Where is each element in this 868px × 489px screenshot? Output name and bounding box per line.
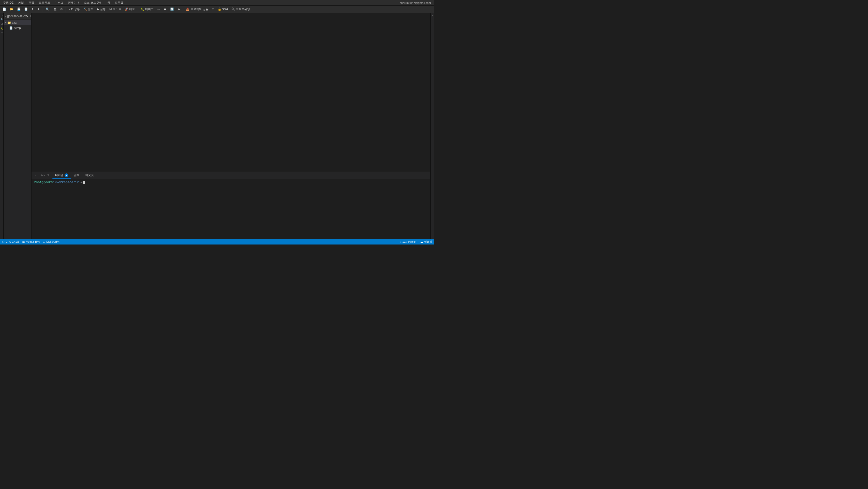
- common-run-label: ⊡ 공통: [71, 7, 80, 11]
- status-disk[interactable]: ⬡ Disk 0.25%: [43, 240, 60, 243]
- activity-debug[interactable]: 🐛: [0, 26, 3, 30]
- folder-icon-root: 📁: [7, 21, 11, 25]
- find-button[interactable]: 🔍: [44, 7, 52, 11]
- menu-item-app[interactable]: 구름IDE: [1, 0, 16, 5]
- debug-exit-button[interactable]: ⏏: [176, 7, 182, 11]
- run-button[interactable]: ▶ 실행: [96, 7, 107, 12]
- mem-label: Mem 2.46%: [26, 240, 39, 243]
- activity-bar: ≡ 🔍 ⎇ 🐛 ⊞: [0, 13, 4, 239]
- tab-output-label: 아웃풋: [85, 173, 94, 177]
- tree-item-temp[interactable]: 📄 .temp: [4, 25, 31, 30]
- file-icon-temp: 📄: [9, 26, 13, 30]
- project-share-button[interactable]: 📤 프로젝트 공유: [184, 7, 210, 12]
- main-layout: ≡ 🔍 ⎇ 🐛 ⊞ ‹ goor.me/XGcW + 📁 ↻ ▾ 📁 123 📄…: [0, 13, 434, 239]
- menu-item-window[interactable]: 창: [105, 0, 112, 5]
- toolbar-separator-2: [66, 7, 66, 12]
- mem-icon: ▦: [22, 240, 25, 243]
- status-bar: ⬡ CPU 0.41% ▦ Mem 2.46% ⬡ Disk 0.25% ≡ 1…: [0, 239, 434, 245]
- terminal-prompt: root@goorm :/workspace/123 #: [34, 181, 428, 184]
- sidebar-path: goor.me/XGcW: [7, 14, 28, 18]
- terminal-badge: ●: [65, 174, 68, 177]
- debug-button[interactable]: 🐛 디버그: [139, 7, 155, 12]
- tab-search[interactable]: 검색: [71, 172, 82, 179]
- portforward-label: 포트포워딩: [236, 7, 250, 11]
- disk-icon: ⬡: [43, 240, 45, 243]
- right-activity-bar: ≡: [430, 13, 434, 239]
- file-tree: ▾ 📁 123 📄 .temp: [4, 19, 31, 239]
- project-icon: ≡: [400, 240, 401, 243]
- tree-item-root[interactable]: ▾ 📁 123: [4, 20, 31, 25]
- menu-item-project[interactable]: 프로젝트: [37, 0, 52, 5]
- tree-label-root: 123: [12, 21, 17, 24]
- download-button[interactable]: ⬇: [36, 7, 41, 11]
- status-connection[interactable]: ☁ 연결됨: [420, 240, 432, 243]
- preview-button[interactable]: 🖼: [52, 7, 58, 11]
- cpu-label: CPU 0.41%: [6, 240, 19, 243]
- ssh-button[interactable]: 🔒 SSH: [216, 7, 230, 11]
- terminal-icon-button[interactable]: T: [211, 7, 216, 12]
- center-area: › 디버그 터미널 ● 검색 아웃풋 root@goorm :/wor: [32, 13, 430, 239]
- activity-source[interactable]: ⎇: [0, 22, 3, 26]
- toolbar: 📄 📂 💾 📑 ⬆ ⬇ 🔍 🖼 ⚙ ≡ ⊡ 공통 🔨 빌드 ▶ 실행 ☑ 테스트…: [0, 6, 434, 13]
- menu-item-source[interactable]: 소스 코드 관리: [82, 0, 104, 5]
- activity-extensions[interactable]: ⊞: [0, 31, 3, 34]
- bottom-panel: › 디버그 터미널 ● 검색 아웃풋 root@goorm :/wor: [32, 172, 430, 239]
- tab-terminal[interactable]: 터미널 ●: [53, 172, 71, 179]
- connection-label: 연결됨: [424, 240, 432, 243]
- sidebar-header: ‹ goor.me/XGcW + 📁 ↻: [4, 13, 31, 19]
- tab-terminal-label: 터미널: [55, 173, 64, 177]
- tab-debug[interactable]: 디버그: [38, 172, 52, 179]
- terminal-cursor: [83, 181, 85, 184]
- tab-output[interactable]: 아웃풋: [83, 172, 96, 179]
- deploy-button[interactable]: 🚀 배포: [123, 7, 136, 12]
- open-button[interactable]: 📂: [8, 7, 15, 11]
- settings-button[interactable]: ⚙: [59, 7, 64, 11]
- menu-item-file[interactable]: 파일: [16, 0, 26, 5]
- right-icon-1[interactable]: ≡: [431, 14, 434, 17]
- menu-left: 구름IDE 파일 편집 프로젝트 디버그 컨테이너 소스 코드 관리 창 도움말: [1, 0, 125, 5]
- activity-search[interactable]: 🔍: [0, 17, 3, 22]
- status-right: ≡ 123 (Python) ☁ 연결됨: [400, 240, 432, 243]
- status-cpu[interactable]: ⬡ CPU 0.41%: [2, 240, 19, 243]
- menu-item-help[interactable]: 도움말: [113, 0, 125, 5]
- activity-files[interactable]: ≡: [0, 14, 3, 17]
- upload-button[interactable]: ⬆: [30, 7, 35, 11]
- save-all-button[interactable]: 📑: [23, 7, 29, 11]
- toolbar-separator-4: [183, 7, 183, 12]
- test-label: 테스트: [113, 7, 121, 11]
- menu-item-edit[interactable]: 편집: [26, 0, 36, 5]
- debug-label: 디버그: [145, 7, 154, 11]
- build-button[interactable]: 🔨 빌드: [82, 7, 95, 12]
- portforward-button[interactable]: 🔌 포트포워딩: [230, 7, 252, 12]
- debug-stop-button[interactable]: ⏹: [162, 7, 168, 11]
- project-label: 123 (Python): [402, 240, 417, 243]
- connection-icon: ☁: [420, 240, 423, 243]
- project-share-label: 프로젝트 공유: [190, 7, 208, 11]
- debug-restart-button[interactable]: 🔄: [169, 7, 176, 11]
- debug-next-button[interactable]: ⏭: [156, 7, 162, 11]
- tab-debug-label: 디버그: [41, 173, 49, 177]
- cpu-icon: ⬡: [2, 240, 5, 243]
- status-mem[interactable]: ▦ Mem 2.46%: [22, 240, 39, 243]
- ssh-label: SSH: [222, 8, 228, 11]
- panel-tabs: › 디버그 터미널 ● 검색 아웃풋: [32, 172, 430, 179]
- editor-area[interactable]: [32, 13, 430, 172]
- terminal-content[interactable]: root@goorm :/workspace/123 #: [32, 179, 430, 239]
- common-run-button[interactable]: ≡ ⊡ 공통: [67, 7, 82, 12]
- menu-item-container[interactable]: 컨테이너: [66, 0, 82, 5]
- save-button[interactable]: 💾: [16, 7, 22, 11]
- panel-chevron[interactable]: ›: [34, 174, 38, 177]
- disk-label: Disk 0.25%: [46, 240, 60, 243]
- status-left: ⬡ CPU 0.41% ▦ Mem 2.46% ⬡ Disk 0.25%: [2, 240, 59, 243]
- run-label: 실행: [100, 7, 106, 11]
- terminal-path: :/workspace/123: [53, 181, 81, 184]
- test-button[interactable]: ☑ 테스트: [108, 7, 123, 12]
- sidebar-chevron-left[interactable]: ‹: [5, 14, 6, 18]
- status-project[interactable]: ≡ 123 (Python): [400, 240, 417, 243]
- menu-item-debug[interactable]: 디버그: [53, 0, 65, 5]
- sidebar-add-icon[interactable]: +: [29, 14, 32, 18]
- terminal-hash: #: [81, 181, 83, 184]
- menu-bar: 구름IDE 파일 편집 프로젝트 디버그 컨테이너 소스 코드 관리 창 도움말…: [0, 0, 434, 6]
- new-file-button[interactable]: 📄: [1, 7, 8, 11]
- tree-label-temp: .temp: [14, 26, 21, 29]
